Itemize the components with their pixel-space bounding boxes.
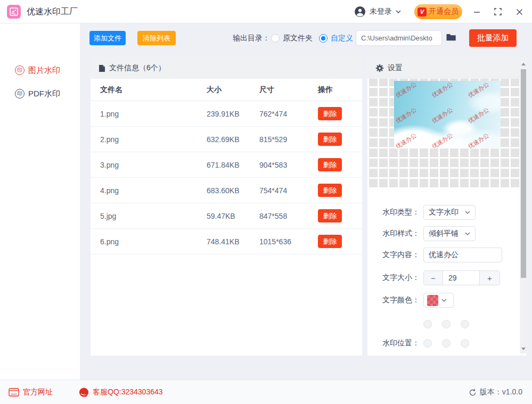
watermark-style-value: 倾斜平铺 xyxy=(429,229,459,238)
cell-dims: 904*583 xyxy=(259,161,318,169)
position-option[interactable] xyxy=(423,339,432,348)
table-row: 6.png 748.41KB 1015*636 删除 xyxy=(91,229,362,254)
sidebar-item-image-watermark[interactable]: 印 图片水印 xyxy=(0,59,80,82)
text-size-value[interactable] xyxy=(443,271,479,285)
cell-dims: 1015*636 xyxy=(259,237,318,246)
cell-size: 671.84KB xyxy=(207,161,259,169)
text-color-row: 文字颜色： xyxy=(382,293,454,308)
output-dir-options: 原文件夹 自定义 xyxy=(271,31,353,45)
output-path-input[interactable] xyxy=(356,30,442,46)
watermark-position-row-top xyxy=(423,320,469,328)
radio-checked-icon xyxy=(319,34,328,43)
position-option[interactable] xyxy=(461,320,469,328)
sidebar-item-label: PDF水印 xyxy=(28,89,60,99)
text-size-label: 文字大小： xyxy=(382,273,423,283)
scroll-down-icon[interactable] xyxy=(521,348,526,350)
watermark-position-label: 水印位置： xyxy=(382,339,423,348)
svg-text:.com: .com xyxy=(10,392,17,395)
stamp-icon: 印 xyxy=(15,89,24,98)
service-qq-label: 客服QQ:3234303643 xyxy=(93,387,163,397)
table-row: 5.jpg 59.47KB 847*558 删除 xyxy=(91,203,362,229)
vip-icon: V xyxy=(418,7,427,17)
position-option[interactable] xyxy=(442,320,451,328)
watermark-type-row: 水印类型： 文字水印 xyxy=(382,205,476,220)
text-color-picker[interactable] xyxy=(423,293,454,308)
radio-original-label: 原文件夹 xyxy=(283,34,313,43)
watermark-preview-image: 优速办公 优速办公 优速办公 优速办公 优速办公 优速办公 优速办公 优速办公 … xyxy=(394,81,501,148)
col-dims: 尺寸 xyxy=(259,85,318,95)
table-row: 2.png 632.69KB 815*529 删除 xyxy=(91,127,362,152)
watermark-style-label: 水印样式： xyxy=(382,229,423,238)
output-dir-label: 输出目录： xyxy=(233,31,270,45)
watermark-position-row: 水印位置： xyxy=(382,336,469,351)
watermark-text: 优速办公 xyxy=(466,131,490,148)
file-info-title: 文件信息（6个） xyxy=(109,63,166,73)
batch-add-button[interactable]: 批量添加 xyxy=(469,29,517,47)
radio-original-folder[interactable]: 原文件夹 xyxy=(271,34,313,43)
watermark-text: 优速办公 xyxy=(466,106,490,125)
version-info: 版本：v1.0.0 xyxy=(469,380,522,404)
cell-filename: 4.png xyxy=(100,186,207,195)
refresh-icon xyxy=(469,389,477,397)
title-bar: 优速水印工厂 未登录 V 开通会员 xyxy=(0,0,532,23)
radio-icon xyxy=(271,34,280,43)
decrease-button[interactable]: − xyxy=(424,271,443,285)
text-content-row: 文字内容： xyxy=(382,248,502,262)
cell-dims: 754*474 xyxy=(259,186,318,195)
service-qq-link[interactable]: 客服QQ:3234303643 xyxy=(79,380,163,404)
scroll-up-icon[interactable] xyxy=(521,63,526,65)
chevron-down-icon xyxy=(465,211,470,214)
text-content-input[interactable] xyxy=(423,248,502,262)
watermark-type-value: 文字水印 xyxy=(429,208,459,217)
watermark-text: 优速办公 xyxy=(466,81,490,100)
position-option[interactable] xyxy=(423,320,432,328)
version-label: 版本：v1.0.0 xyxy=(480,387,522,397)
stamp-icon: 印 xyxy=(15,65,24,75)
radio-custom-label: 自定义 xyxy=(331,34,353,43)
folder-icon xyxy=(446,32,456,42)
maximize-button[interactable] xyxy=(492,5,504,18)
table-row: 3.png 671.84KB 904*583 删除 xyxy=(91,152,362,178)
col-filename: 文件名 xyxy=(100,85,207,95)
app-title: 优速水印工厂 xyxy=(27,0,78,23)
watermark-text: 优速办公 xyxy=(394,131,418,148)
app-window: 优速水印工厂 未登录 V 开通会员 xyxy=(0,0,532,404)
cell-size: 632.69KB xyxy=(207,135,259,144)
col-size: 大小 xyxy=(207,85,259,95)
delete-button[interactable]: 删除 xyxy=(318,184,342,197)
cell-size: 748.41KB xyxy=(207,237,259,246)
scrollbar-thumb[interactable] xyxy=(521,69,526,278)
watermark-type-select[interactable]: 文字水印 xyxy=(423,205,476,220)
watermark-style-select[interactable]: 倾斜平铺 xyxy=(423,226,476,241)
watermark-text: 优速办公 xyxy=(394,106,418,125)
delete-button[interactable]: 删除 xyxy=(318,158,342,171)
delete-button[interactable]: 删除 xyxy=(318,107,342,120)
minimize-icon xyxy=(473,9,480,15)
close-button[interactable] xyxy=(513,5,526,18)
clear-list-button[interactable]: 清除列表 xyxy=(137,31,176,45)
delete-button[interactable]: 删除 xyxy=(318,235,342,248)
sidebar-item-pdf-watermark[interactable]: 印 PDF水印 xyxy=(0,82,80,105)
cell-dims: 847*558 xyxy=(259,212,318,220)
position-option[interactable] xyxy=(442,339,451,348)
delete-button[interactable]: 删除 xyxy=(318,133,342,146)
user-menu[interactable]: 未登录 xyxy=(354,0,401,23)
increase-button[interactable]: + xyxy=(479,271,500,285)
watermark-text: 优速办公 xyxy=(394,81,418,100)
settings-title: 设置 xyxy=(388,63,403,73)
watermark-text: 优速办公 xyxy=(430,81,454,100)
cell-dims: 762*474 xyxy=(259,110,318,118)
position-option[interactable] xyxy=(461,339,469,348)
add-files-button[interactable]: 添加文件 xyxy=(89,31,126,45)
official-site-link[interactable]: .com 官方网址 xyxy=(9,380,53,404)
minimize-button[interactable] xyxy=(470,5,483,18)
table-row: 4.png 683.60KB 754*474 删除 xyxy=(91,178,362,203)
cell-filename: 6.png xyxy=(100,237,207,246)
gear-icon xyxy=(375,64,384,72)
customer-service-icon xyxy=(79,387,89,398)
browse-folder-button[interactable] xyxy=(446,32,457,43)
radio-custom[interactable]: 自定义 xyxy=(319,34,353,43)
cell-size: 59.47KB xyxy=(207,212,259,220)
delete-button[interactable]: 删除 xyxy=(318,209,342,222)
open-vip-button[interactable]: V 开通会员 xyxy=(414,4,462,19)
